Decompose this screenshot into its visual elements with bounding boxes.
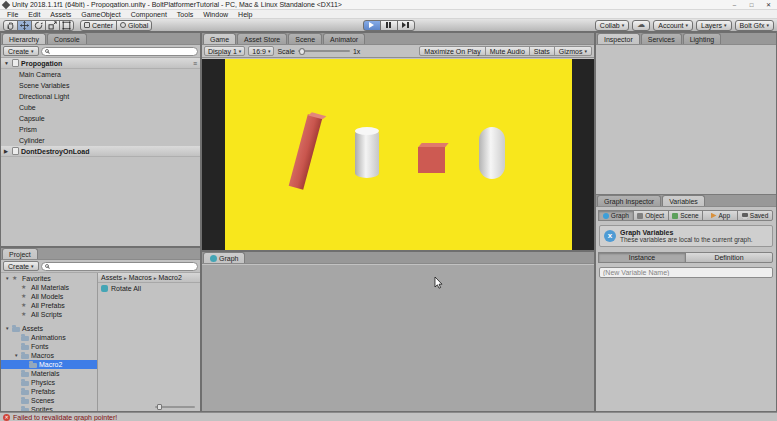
menu-item[interactable]: Tools	[172, 10, 198, 19]
menu-item[interactable]: Edit	[23, 10, 45, 19]
panel-tab[interactable]: Project	[2, 248, 38, 259]
hand-tool-button[interactable]	[3, 20, 18, 31]
panel-tab[interactable]: Scene	[288, 33, 322, 44]
icon-size-slider-thumb[interactable]	[157, 404, 162, 410]
expand-arrow-icon[interactable]: ▼	[4, 60, 10, 66]
hierarchy-item[interactable]: Directional Light	[1, 91, 200, 102]
panel-tab[interactable]: Services	[641, 33, 682, 44]
breadcrumb-item[interactable]: ▸ Macro2	[152, 274, 182, 281]
panel-tab[interactable]: Variables	[662, 195, 705, 206]
asset-item[interactable]: Rotate All	[98, 283, 200, 293]
graph-canvas[interactable]	[202, 265, 594, 411]
tree-item[interactable]: All Scripts	[1, 310, 97, 319]
menu-item[interactable]: Window	[198, 10, 233, 19]
game-render-area[interactable]	[225, 59, 572, 250]
tree-item[interactable]: Sprites	[1, 405, 97, 411]
scope-tab[interactable]: Scene	[668, 210, 704, 221]
display-dropdown[interactable]: Display 1 ▾	[204, 46, 245, 56]
close-button[interactable]: ✕	[760, 0, 777, 9]
tree-item[interactable]: All Materials	[1, 283, 97, 292]
tree-item[interactable]: Macro2	[1, 360, 97, 369]
account-dropdown[interactable]: Account ▾	[653, 20, 693, 31]
scale-tool-button[interactable]	[45, 20, 60, 31]
tree-item[interactable]: All Prefabs	[1, 301, 97, 310]
scope-tab[interactable]: App	[702, 210, 738, 221]
move-tool-button[interactable]	[17, 20, 32, 31]
hierarchy-item[interactable]: Scene Variables	[1, 80, 200, 91]
panel-tab[interactable]: Console	[47, 33, 87, 44]
hierarchy-item[interactable]: Prism	[1, 124, 200, 135]
cloud-button[interactable]: ☁	[632, 20, 650, 31]
icon-size-slider[interactable]	[155, 406, 195, 408]
mode-tab[interactable]: Definition	[685, 252, 773, 263]
panel-tab[interactable]: Graph	[203, 252, 245, 263]
hierarchy-item[interactable]: Capsule	[1, 113, 200, 124]
maximize-on-play-toggle[interactable]: Maximize On Play	[419, 46, 485, 56]
panel-tab[interactable]: Graph Inspector	[597, 195, 661, 206]
title-bar: Unity 2018.1.1f1 (64bit) - Propogation.u…	[0, 0, 777, 10]
tree-item[interactable]: Fonts	[1, 342, 97, 351]
panel-tab[interactable]: Asset Store	[237, 33, 287, 44]
rect-icon	[62, 21, 71, 30]
stats-toggle[interactable]: Stats	[529, 46, 555, 56]
panel-tab[interactable]: Animator	[323, 33, 365, 44]
scale-slider-thumb[interactable]	[299, 48, 305, 55]
layers-dropdown[interactable]: Layers ▾	[696, 20, 732, 31]
scene-header-dontdestroyonload[interactable]: ▶ DontDestroyOnLoad	[1, 146, 200, 157]
breadcrumb-item[interactable]: ▸ Assets	[101, 274, 122, 281]
hierarchy-search-input[interactable]	[51, 47, 194, 55]
tree-item[interactable]: Materials	[1, 369, 97, 378]
hierarchy-item[interactable]: Main Camera	[1, 69, 200, 80]
aspect-ratio-dropdown[interactable]: 16:9 ▾	[248, 46, 274, 56]
pivot-toggle-button[interactable]: Center	[80, 20, 117, 31]
tree-item[interactable]: Favorites	[1, 274, 97, 283]
scope-tab[interactable]: Object	[633, 210, 669, 221]
panel-tab[interactable]: Game	[203, 33, 236, 44]
mode-tab[interactable]: Instance	[598, 252, 686, 263]
collab-dropdown[interactable]: Collab ▾	[595, 20, 629, 31]
space-toggle-button[interactable]: Global	[116, 20, 152, 31]
play-button[interactable]	[363, 20, 381, 31]
tree-item[interactable]: Macros	[1, 351, 97, 360]
expand-arrow-icon[interactable]	[14, 353, 19, 358]
tree-item[interactable]: Animations	[1, 333, 97, 342]
minimize-button[interactable]: –	[726, 0, 743, 9]
hierarchy-item[interactable]: Cylinder	[1, 135, 200, 146]
menu-item[interactable]: Assets	[45, 10, 76, 19]
menu-item[interactable]: Component	[126, 10, 172, 19]
status-message[interactable]: Failed to revalidate graph pointer!	[13, 414, 117, 421]
scope-tab[interactable]: Saved	[737, 210, 773, 221]
rect-tool-button[interactable]	[59, 20, 74, 31]
create-button[interactable]: Create ▾	[3, 46, 39, 56]
expand-arrow-icon[interactable]	[5, 326, 10, 331]
scene-header-propogation[interactable]: ▼ Propogation ≡	[1, 58, 200, 69]
menu-item[interactable]: File	[2, 10, 23, 19]
maximize-button[interactable]: □	[743, 0, 760, 9]
tree-item[interactable]: Assets	[1, 324, 97, 333]
layout-dropdown[interactable]: Bolt Gfx ▾	[735, 20, 774, 31]
project-search-input[interactable]	[51, 262, 194, 270]
tree-item[interactable]: Prefabs	[1, 387, 97, 396]
gizmos-dropdown[interactable]: Gizmos ▾	[554, 46, 592, 56]
create-button[interactable]: Create ▾	[3, 261, 39, 271]
tree-item[interactable]: All Models	[1, 292, 97, 301]
expand-arrow-icon[interactable]: ▶	[4, 148, 10, 154]
scope-tab[interactable]: Graph	[598, 210, 634, 221]
menu-item[interactable]: Help	[233, 10, 257, 19]
pause-button[interactable]	[380, 20, 398, 31]
tree-item[interactable]: Scenes	[1, 396, 97, 405]
new-variable-input[interactable]	[599, 267, 773, 278]
expand-arrow-icon[interactable]	[5, 276, 10, 281]
step-button[interactable]	[397, 20, 415, 31]
hierarchy-item[interactable]: Cube	[1, 102, 200, 113]
menu-item[interactable]: GameObject	[76, 10, 125, 19]
panel-tab[interactable]: Lighting	[683, 33, 722, 44]
rotate-tool-button[interactable]	[31, 20, 46, 31]
tree-item[interactable]: Physics	[1, 378, 97, 387]
breadcrumb-item[interactable]: ▸ Macros	[122, 274, 152, 281]
mute-audio-toggle[interactable]: Mute Audio	[485, 46, 530, 56]
panel-tab[interactable]: Hierarchy	[2, 33, 46, 44]
scale-slider[interactable]	[298, 50, 350, 52]
scene-options-icon[interactable]: ≡	[193, 60, 197, 67]
panel-tab[interactable]: Inspector	[597, 33, 640, 44]
